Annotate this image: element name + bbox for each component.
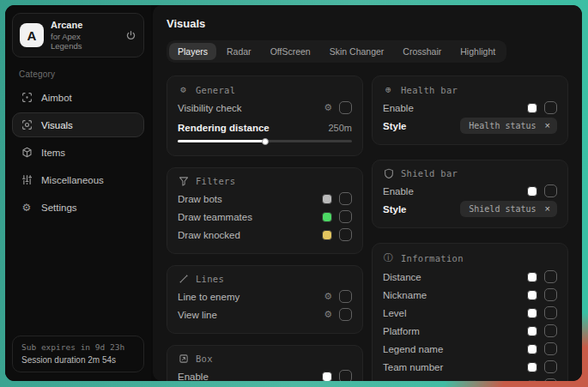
- color-swatch[interactable]: [527, 272, 537, 282]
- row-legend-name: Legend name: [383, 340, 557, 358]
- clear-icon[interactable]: ×: [545, 120, 550, 130]
- checkbox[interactable]: [339, 290, 352, 303]
- sidebar-item-miscellaneous[interactable]: Miscellaneous: [12, 167, 144, 192]
- slider-fill: [178, 140, 265, 142]
- card-information: ⓘ Information Distance Nickname: [372, 243, 568, 381]
- shield-icon: [383, 168, 394, 178]
- tab-players[interactable]: Players: [169, 43, 216, 60]
- card-lines: Lines Line to enemy ⚙ View line ⚙: [167, 265, 363, 334]
- checkbox[interactable]: [544, 342, 557, 355]
- crosshair-icon: [21, 92, 33, 103]
- left-column: ⚙ General Visibility check ⚙ Rendering d…: [167, 76, 363, 381]
- sidebar-item-visuals[interactable]: Visuals: [12, 112, 144, 137]
- checkbox[interactable]: [544, 324, 557, 337]
- row-line-to-enemy: Line to enemy ⚙: [178, 287, 352, 305]
- card-general: ⚙ General Visibility check ⚙ Rendering d…: [167, 76, 363, 156]
- checkbox[interactable]: [339, 308, 352, 321]
- tab-highlight[interactable]: Highlight: [452, 43, 504, 60]
- row-visibility-check: Visibility check ⚙: [178, 99, 352, 117]
- style-select-value: Health status: [469, 121, 536, 130]
- tab-skin-changer[interactable]: Skin Changer: [321, 43, 393, 60]
- tab-bar: Players Radar OffScreen Skin Changer Cro…: [167, 40, 506, 63]
- tab-radar[interactable]: Radar: [218, 43, 260, 60]
- color-swatch[interactable]: [527, 308, 537, 318]
- row-weapon-in-hands: Weapon in hands: [383, 376, 557, 381]
- gear-icon: ⚙: [178, 84, 189, 95]
- tab-offscreen[interactable]: OffScreen: [262, 43, 319, 60]
- checkbox[interactable]: [544, 184, 557, 197]
- row-health-style: Style Health status ×: [383, 117, 557, 135]
- row-box-enable: Enable: [178, 367, 352, 381]
- row-team-number: Team number: [383, 358, 557, 376]
- style-select[interactable]: Health status ×: [460, 118, 557, 134]
- app-logo: A: [20, 23, 44, 47]
- app-window: A Arcane for Apex Legends Category Aimbo…: [5, 5, 582, 381]
- slider-track[interactable]: [178, 140, 352, 142]
- card-health-bar: ⊕ Health bar Enable Style Health stat: [372, 76, 568, 145]
- checkbox[interactable]: [339, 228, 352, 241]
- clear-icon[interactable]: ×: [545, 203, 550, 214]
- row-draw-knocked: Draw knocked: [178, 226, 352, 244]
- card-title: Box: [196, 354, 213, 364]
- checkbox[interactable]: [544, 378, 557, 381]
- sidebar-item-settings[interactable]: ⚙ Settings: [12, 195, 144, 221]
- color-swatch[interactable]: [322, 194, 332, 204]
- checkbox[interactable]: [339, 101, 352, 114]
- card-shield-bar: Shield bar Enable Style Shield status: [372, 160, 568, 228]
- checkbox[interactable]: [544, 270, 557, 283]
- sidebar-item-label: Items: [41, 148, 65, 158]
- row-level: Level: [383, 304, 557, 322]
- sidebar-item-label: Aimbot: [41, 93, 72, 103]
- card-title: Health bar: [401, 85, 458, 95]
- color-swatch[interactable]: [527, 326, 537, 336]
- power-icon[interactable]: [125, 30, 136, 41]
- gear-icon: ⚙: [21, 202, 33, 214]
- row-platform: Platform: [383, 322, 557, 340]
- funnel-icon: [178, 176, 189, 186]
- card-filters: Filters Draw bots Draw teammates: [167, 167, 363, 254]
- color-swatch[interactable]: [527, 362, 537, 372]
- row-view-line: View line ⚙: [178, 305, 352, 324]
- color-swatch[interactable]: [322, 372, 332, 382]
- row-draw-bots: Draw bots: [178, 190, 352, 208]
- tab-crosshair[interactable]: Crosshair: [394, 43, 450, 60]
- color-swatch[interactable]: [322, 212, 332, 222]
- sidebar-item-aimbot[interactable]: Aimbot: [12, 85, 144, 110]
- option-gear-icon[interactable]: ⚙: [324, 102, 332, 113]
- card-title: Lines: [196, 274, 224, 284]
- card-title: Information: [401, 253, 464, 263]
- sidebar-item-label: Miscellaneous: [41, 175, 104, 185]
- checkbox[interactable]: [544, 360, 557, 373]
- health-icon: ⊕: [383, 84, 394, 95]
- row-draw-teammates: Draw teammates: [178, 208, 352, 226]
- option-gear-icon[interactable]: ⚙: [324, 309, 332, 320]
- sidebar-item-items[interactable]: Items: [12, 140, 144, 165]
- checkbox[interactable]: [544, 306, 557, 319]
- checkbox[interactable]: [339, 210, 352, 223]
- color-swatch[interactable]: [527, 380, 537, 382]
- option-gear-icon[interactable]: ⚙: [324, 291, 332, 302]
- main-panel: Visuals Players Radar OffScreen Skin Cha…: [153, 5, 582, 381]
- card-title: General: [196, 85, 235, 95]
- session-duration-text: Session duration 2m 54s: [21, 355, 135, 365]
- color-swatch[interactable]: [527, 186, 537, 197]
- row-shield-enable: Enable: [383, 182, 557, 200]
- checkbox[interactable]: [544, 101, 557, 114]
- checkbox[interactable]: [544, 288, 557, 301]
- color-swatch[interactable]: [322, 230, 332, 240]
- row-distance: Distance: [383, 268, 557, 286]
- row-shield-style: Style Shield status ×: [383, 200, 557, 218]
- style-select[interactable]: Shield status ×: [460, 201, 557, 217]
- subscription-info: Sub expires in 9d 23h Session duration 2…: [12, 336, 144, 372]
- box-icon: [178, 354, 189, 364]
- checkbox[interactable]: [339, 192, 352, 205]
- color-swatch[interactable]: [527, 290, 537, 300]
- checkbox[interactable]: [339, 370, 352, 381]
- slider-thumb[interactable]: [262, 138, 269, 145]
- color-swatch[interactable]: [527, 344, 537, 354]
- card-box: Box Enable Enable background: [167, 345, 363, 381]
- info-icon: ⓘ: [383, 251, 394, 264]
- color-swatch[interactable]: [527, 103, 537, 113]
- style-select-value: Shield status: [469, 204, 536, 214]
- app-name: Arcane: [51, 20, 112, 30]
